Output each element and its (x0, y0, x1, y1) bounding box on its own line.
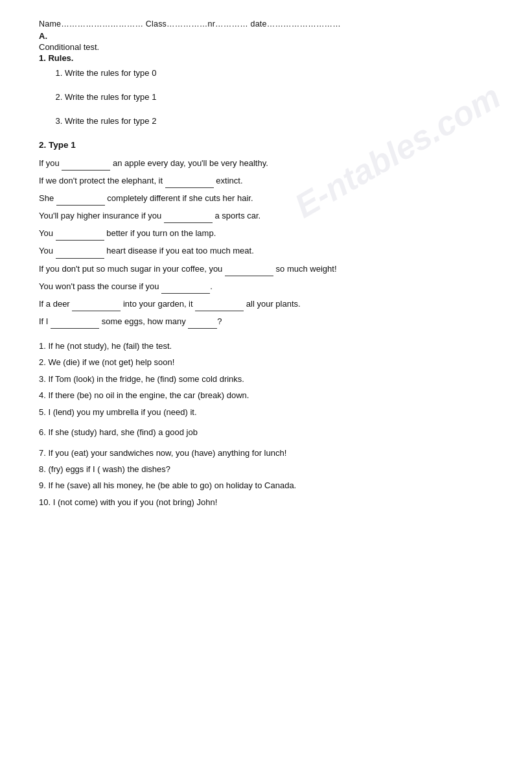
exercise-section: 1. If he (not study), he (fail) the test… (39, 339, 493, 509)
blank[interactable] (165, 179, 214, 188)
list-item: Write the rules for type 2 (65, 116, 493, 126)
exercise-item-7: 7. If you (eat) your sandwiches now, you… (39, 446, 493, 460)
header-line: Name………………………… Class……………nr………… date…………… (39, 19, 493, 29)
list-item: Write the rules for type 1 (65, 92, 493, 102)
exercise-item-10: 10. I (not come) with you if you (not br… (39, 495, 493, 509)
fill-sentence-7: If you don't put so much sugar in your c… (39, 262, 493, 276)
fill-sentence-1: If you an apple every day, you'll be ver… (39, 156, 493, 171)
blank[interactable] (56, 231, 104, 241)
blank[interactable] (56, 196, 105, 206)
section2-title: 2. Type 1 (39, 140, 493, 150)
fill-sentence-3: She completely different if she cuts her… (39, 191, 493, 206)
list-item: Write the rules for type 0 (65, 68, 493, 78)
exercise-item-8: 8. (fry) eggs if I ( wash) the dishes? (39, 462, 493, 476)
exercise-item-6: 6. If she (study) hard, she (find) a goo… (39, 425, 493, 439)
fill-sentence-9: If a deer into your garden, it all your … (39, 297, 493, 311)
blank[interactable] (225, 267, 273, 276)
blank[interactable] (161, 285, 210, 294)
blank[interactable] (56, 250, 104, 259)
fill-sentence-6: You heart disease if you eat too much me… (39, 244, 493, 258)
exercise-item-3: 3. If Tom (look) in the fridge, he (find… (39, 372, 493, 386)
exercise-item-2: 2. We (die) if we (not get) help soon! (39, 355, 493, 369)
blank[interactable] (195, 302, 244, 311)
fill-sentences: If you an apple every day, you'll be ver… (39, 156, 493, 329)
exercise-item-1: 1. If he (not study), he (fail) the test… (39, 339, 493, 353)
rules-heading: 1. Rules. (39, 53, 493, 63)
blank[interactable] (51, 320, 99, 329)
blank[interactable] (164, 214, 213, 223)
exercise-item-9: 9. If he (save) all his money, he (be ab… (39, 479, 493, 492)
exercise-item-4: 4. If there (be) no oil in the engine, t… (39, 388, 493, 402)
fill-sentence-8: You won't pass the course if you . (39, 279, 493, 294)
fill-sentence-10: If I some eggs, how many ? (39, 314, 493, 329)
test-title: Conditional test. (39, 42, 493, 52)
fill-sentence-5: You better if you turn on the lamp. (39, 226, 493, 241)
exercise-item-5: 5. I (lend) you my umbrella if you (need… (39, 405, 493, 419)
blank[interactable] (188, 320, 217, 329)
section-label: A. (39, 31, 493, 41)
rules-list: Write the rules for type 0 Write the rul… (65, 68, 493, 126)
fill-sentence-4: You'll pay higher insurance if you a spo… (39, 209, 493, 223)
header-text: Name………………………… Class……………nr………… date…………… (39, 19, 341, 29)
fill-sentence-2: If we don't protect the elephant, it ext… (39, 174, 493, 188)
blank[interactable] (62, 161, 110, 171)
blank[interactable] (72, 302, 121, 311)
